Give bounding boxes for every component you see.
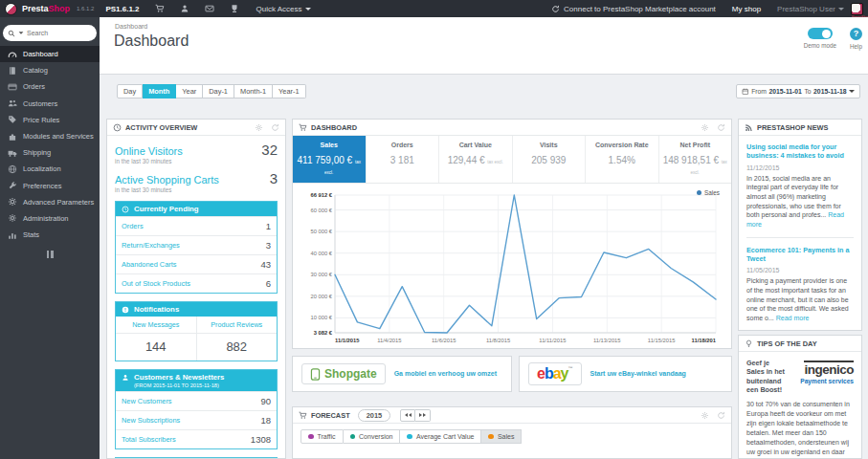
- brand-name[interactable]: PrestaShop: [22, 4, 70, 13]
- pending-row-out-of-stock: Out of Stock Products6: [116, 273, 277, 293]
- sidebar-item-dashboard[interactable]: Dashboard: [0, 46, 100, 62]
- sidebar-item-modules[interactable]: Modules and Services: [0, 128, 100, 144]
- product-reviews-cell: Product Reviews 882: [196, 317, 278, 361]
- customer-icon[interactable]: [180, 4, 189, 13]
- date-from: 2015-11-01: [769, 88, 802, 95]
- panel-header: DASHBOARD: [293, 120, 731, 136]
- kpi-sales[interactable]: Sales 411 759,00 € tax excl.: [293, 136, 366, 183]
- sidebar-collapse-button[interactable]: [0, 251, 100, 258]
- row-new-customers: New Customers90: [116, 391, 277, 410]
- sidebar-item-advanced-parameters[interactable]: Advanced Parameters: [0, 194, 100, 210]
- divider: [746, 237, 854, 238]
- svg-text:30 000 €: 30 000 €: [310, 272, 332, 277]
- lightbulb-icon: [745, 339, 753, 348]
- prestashop-logo-icon[interactable]: [5, 3, 17, 15]
- cart-icon: [299, 123, 307, 132]
- mail-icon[interactable]: [205, 4, 214, 13]
- notifications-grid: New Messages 144 Product Reviews 882: [116, 317, 277, 361]
- search-input[interactable]: [27, 30, 92, 36]
- tab-month-1[interactable]: Month-1: [234, 84, 273, 98]
- kpi-cart-value[interactable]: Cart Value 129,44 € tax excl.: [438, 136, 512, 183]
- section-header: Currently Pending: [116, 202, 277, 216]
- read-more-link[interactable]: Read more: [776, 315, 810, 321]
- forecast-tab-conversion[interactable]: Conversion: [344, 429, 401, 444]
- sidebar-item-administration[interactable]: Administration: [0, 210, 100, 227]
- date-range-picker[interactable]: From 2015-11-01 To 2015-11-18: [736, 84, 860, 98]
- panel-settings-icon[interactable]: [701, 123, 709, 132]
- shop-version-label: PS1.6.1.2: [105, 5, 139, 13]
- tab-month[interactable]: Month: [143, 84, 176, 98]
- news-item-excerpt: Picking a payment provider is one of the…: [746, 276, 854, 322]
- pending-row-abandoned-carts: Abandoned Carts43: [116, 254, 277, 273]
- kpi-orders[interactable]: Orders 3 181: [366, 136, 439, 183]
- chevron-down-icon: [849, 90, 855, 93]
- sidebar-item-preferences[interactable]: Preferences: [0, 178, 100, 194]
- cart-icon[interactable]: [155, 4, 165, 13]
- forecast-panel: FORECAST 2015 Traffic Conversion Average…: [292, 406, 732, 459]
- wrench-icon: [8, 181, 17, 190]
- forecast-tab-average-cart-value[interactable]: Average Cart Value: [400, 429, 481, 444]
- chart-legend[interactable]: Sales: [697, 189, 721, 196]
- sidebar-item-localization[interactable]: Localization: [0, 161, 100, 177]
- help-icon[interactable]: ?: [850, 28, 862, 40]
- sidebar-item-orders[interactable]: Orders: [0, 78, 100, 95]
- tips-of-the-day-panel: TIPS OF THE DAY Geef je Sales in het bui…: [738, 335, 862, 459]
- tab-year[interactable]: Year: [176, 84, 203, 98]
- news-item-date: 11/12/2015: [746, 164, 854, 171]
- breadcrumb[interactable]: Dashboard: [115, 23, 147, 30]
- marketplace-link[interactable]: Connect to PrestaShop Marketplace accoun…: [551, 5, 716, 13]
- clock-icon: [113, 123, 122, 132]
- date-to: 2015-11-18: [813, 88, 846, 95]
- kpi-conversion-rate[interactable]: Conversion Rate 1.54%: [585, 136, 658, 183]
- forecast-tab-sales[interactable]: Sales: [481, 429, 522, 444]
- section-header: Notifications: [116, 302, 277, 317]
- series-dot-icon: [308, 434, 314, 440]
- chevron-down-icon: [838, 8, 844, 11]
- kpi-visits[interactable]: Visits 205 939: [512, 136, 586, 183]
- quick-access-menu[interactable]: Quick Access: [256, 5, 311, 13]
- ebay-ad-link[interactable]: Start uw eBay-winkel vandaag: [590, 369, 686, 378]
- kpi-net-profit[interactable]: Net Profit 148 918,51 € tax excl.: [658, 136, 732, 183]
- shopgate-ad-link[interactable]: Ga mobiel en verhoog uw omzet: [394, 369, 497, 378]
- demo-mode-label: Demo mode: [804, 42, 836, 49]
- panel-settings-icon[interactable]: [255, 123, 263, 132]
- ebay-logo: ebay™: [528, 362, 582, 385]
- svg-text:40 000 €: 40 000 €: [310, 251, 332, 256]
- customers-newsletters-section: Customers & Newsletters (FROM 2015-11-01…: [115, 369, 278, 449]
- tab-day[interactable]: Day: [117, 84, 143, 98]
- next-year-button[interactable]: [415, 409, 431, 422]
- demo-mode-toggle[interactable]: [808, 28, 833, 39]
- panel-refresh-icon[interactable]: [717, 411, 725, 420]
- panel-settings-icon[interactable]: [701, 411, 709, 420]
- search-scope-caret-icon[interactable]: [19, 32, 24, 33]
- sidebar-item-customers[interactable]: Customers: [0, 96, 100, 112]
- notifications-section: Notifications New Messages 144 Product R…: [115, 301, 278, 361]
- sidebar-item-price-rules[interactable]: Price Rules: [0, 112, 100, 128]
- forecast-tab-traffic[interactable]: Traffic: [300, 429, 344, 444]
- my-shop-link[interactable]: My shop: [732, 5, 761, 13]
- rss-icon: [745, 123, 753, 132]
- svg-text:11/8/2015: 11/8/2015: [486, 338, 510, 343]
- sales-chart-area: Sales 66 912 €60 000 €50 000 €40 000 €30…: [293, 184, 731, 350]
- sidebar-item-stats[interactable]: Stats: [0, 227, 100, 243]
- sidebar-item-shipping[interactable]: Shipping: [0, 144, 100, 161]
- sidebar-item-catalog[interactable]: Catalog: [0, 62, 100, 78]
- tab-day-1[interactable]: Day-1: [203, 84, 234, 98]
- active-carts-metric[interactable]: Active Shopping Carts 3: [115, 170, 278, 186]
- news-item-title[interactable]: Ecommerce 101: Payments in a Tweet: [746, 246, 854, 264]
- user-menu[interactable]: PrestaShop User PrestaShop: [777, 3, 863, 15]
- news-item-title[interactable]: Using social media for your business: 4 …: [746, 142, 854, 161]
- sync-icon: [551, 5, 560, 13]
- svg-text:11/15/2015: 11/15/2015: [648, 338, 676, 343]
- bar-chart-icon: [8, 230, 17, 240]
- panel-refresh-icon[interactable]: [271, 123, 279, 132]
- previous-year-button[interactable]: [400, 409, 415, 422]
- online-visitors-metric[interactable]: Online Visitors 32: [115, 142, 278, 158]
- cart-icon: [299, 411, 307, 420]
- tab-year-1[interactable]: Year-1: [273, 84, 306, 98]
- row-total-subscribers: Total Subscribers1308: [116, 429, 277, 448]
- prestashop-admin: PrestaShop 1.6.1.2 PS1.6.1.2 Quick Acces…: [0, 0, 868, 459]
- panel-refresh-icon[interactable]: [717, 123, 725, 132]
- trophy-icon[interactable]: [230, 4, 239, 13]
- help-control: ? Help: [850, 28, 862, 50]
